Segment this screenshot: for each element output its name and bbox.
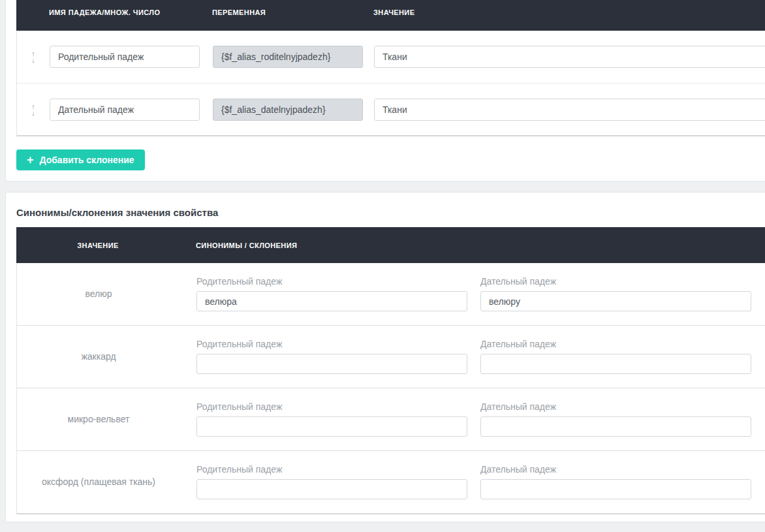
synonyms-table: ЗНАЧЕНИЕ СИНОНИМЫ / СКЛОНЕНИЯ велюр Роди… — [16, 227, 765, 514]
column-header-value: ЗНАЧЕНИЕ — [16, 242, 180, 249]
property-value-label: оксфорд (плащевая ткань) — [17, 477, 180, 487]
table-row: микро-вельвет Родительный падеж Дательны… — [17, 388, 765, 450]
table-row: ↑↓ — [17, 31, 765, 83]
case-field-label: Дательный падеж — [480, 464, 751, 475]
dative-case-input[interactable] — [480, 354, 751, 374]
add-declension-button[interactable]: + Добавить склонение — [16, 149, 145, 170]
genitive-case-input[interactable] — [196, 291, 467, 311]
value-input[interactable] — [374, 46, 765, 68]
property-value-label: велюр — [17, 289, 180, 299]
value-input[interactable] — [374, 99, 765, 121]
synonyms-table-body: велюр Родительный падеж Дательный падеж — [16, 263, 765, 514]
genitive-case-input[interactable] — [196, 354, 467, 374]
declensions-panel: ИМЯ ПАДЕЖА/МНОЖ. ЧИСЛО ПЕРЕМЕННАЯ ЗНАЧЕН… — [5, 0, 765, 181]
case-field-label: Родительный падеж — [196, 339, 467, 349]
arrow-down-icon: ↓ — [31, 57, 35, 63]
case-field-label: Дательный падеж — [480, 276, 751, 287]
case-name-input[interactable] — [50, 99, 200, 121]
case-field-label: Дательный падеж — [480, 339, 751, 349]
page: ИМЯ ПАДЕЖА/МНОЖ. ЧИСЛО ПЕРЕМЕННАЯ ЗНАЧЕН… — [0, 0, 765, 532]
column-header-case-name: ИМЯ ПАДЕЖА/МНОЖ. ЧИСЛО — [49, 8, 199, 16]
declensions-table-header: ИМЯ ПАДЕЖА/МНОЖ. ЧИСЛО ПЕРЕМЕННАЯ ЗНАЧЕН… — [16, 0, 765, 31]
property-value-label: жаккард — [17, 351, 180, 362]
column-header-synonyms: СИНОНИМЫ / СКЛОНЕНИЯ — [180, 242, 297, 249]
section-title: Синонимы/склонения значения свойства — [16, 202, 765, 227]
declensions-table-body: ↑↓ ↑↓ — [16, 31, 765, 136]
arrow-up-icon: ↑ — [31, 103, 35, 110]
property-value-label: микро-вельвет — [17, 414, 180, 424]
drag-handle-icon[interactable]: ↑↓ — [31, 103, 35, 116]
dative-case-input[interactable] — [480, 291, 751, 311]
column-header-value: ЗНАЧЕНИЕ — [373, 8, 414, 16]
synonyms-table-header: ЗНАЧЕНИЕ СИНОНИМЫ / СКЛОНЕНИЯ — [16, 227, 765, 263]
plus-icon: + — [27, 154, 34, 166]
case-name-input[interactable] — [50, 46, 200, 68]
table-row: ↑↓ — [17, 83, 765, 135]
arrow-down-icon: ↓ — [31, 110, 35, 116]
variable-readonly-input — [213, 46, 363, 68]
genitive-case-input[interactable] — [196, 479, 467, 499]
synonyms-panel: Синонимы/склонения значения свойства ЗНА… — [5, 192, 765, 522]
table-row: велюр Родительный падеж Дательный падеж — [17, 263, 765, 325]
dative-case-input[interactable] — [480, 416, 751, 437]
genitive-case-input[interactable] — [196, 416, 467, 437]
case-field-label: Родительный падеж — [196, 464, 467, 475]
variable-readonly-input — [213, 99, 363, 121]
declensions-table: ИМЯ ПАДЕЖА/МНОЖ. ЧИСЛО ПЕРЕМЕННАЯ ЗНАЧЕН… — [16, 0, 765, 136]
column-header-variable: ПЕРЕМЕННАЯ — [212, 8, 362, 16]
case-field-label: Родительный падеж — [196, 401, 467, 412]
case-field-label: Дательный падеж — [480, 401, 751, 412]
case-field-label: Родительный падеж — [196, 276, 467, 287]
dative-case-input[interactable] — [480, 479, 751, 499]
table-row: жаккард Родительный падеж Дательный паде… — [17, 325, 765, 388]
add-declension-button-label: Добавить склонение — [40, 155, 134, 165]
drag-handle-icon[interactable]: ↑↓ — [31, 50, 35, 63]
table-row: оксфорд (плащевая ткань) Родительный пад… — [17, 450, 765, 513]
